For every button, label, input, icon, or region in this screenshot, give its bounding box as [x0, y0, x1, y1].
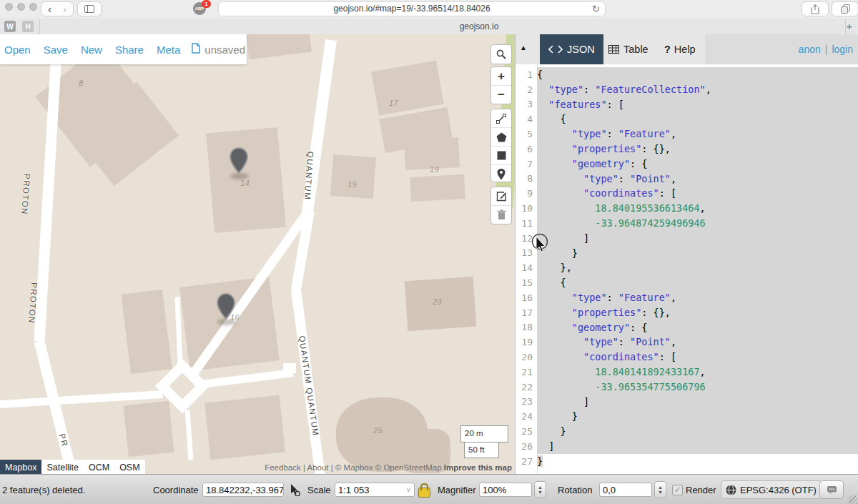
code-line[interactable]: 1{ [516, 67, 858, 82]
line-number: 25 [516, 426, 537, 437]
code-line[interactable]: 17 "properties": {}, [516, 305, 858, 320]
mouse-position-toggle[interactable] [287, 475, 301, 504]
code-line[interactable]: 3 "features": [ [516, 97, 858, 112]
code-line[interactable]: 15 { [516, 275, 858, 290]
crs-button[interactable]: EPSG:4326 (OTF) [721, 475, 822, 504]
json-editor[interactable]: 1{2 "type": "FeatureCollection",3 "featu… [516, 64, 858, 474]
zoom-out-button[interactable]: − [491, 86, 511, 104]
anon-link[interactable]: anon [799, 44, 821, 55]
map-attribution: Feedback | About | © Mapbox © OpenStreet… [265, 463, 512, 472]
rotation-input[interactable]: 0,0 [599, 483, 652, 497]
search-control[interactable] [490, 44, 512, 64]
map-marker[interactable] [216, 293, 236, 323]
tab-json[interactable]: JSON [540, 34, 603, 64]
menu-meta[interactable]: Meta [157, 44, 180, 56]
edit-tools [490, 187, 512, 224]
window-zoom-button[interactable] [29, 3, 37, 11]
code-line[interactable]: 12 ] [516, 231, 858, 246]
rotation-stepper[interactable]: ▲▼ [654, 475, 666, 504]
edit-feature-button[interactable] [491, 187, 511, 206]
line-number: 9 [516, 188, 537, 199]
url-bar[interactable]: geojson.io/#map=19/-33.96514/18.84026 ↻ [218, 1, 606, 16]
search-icon [491, 45, 511, 64]
code-line[interactable]: 25 } [516, 424, 858, 439]
log-messages-button[interactable] [819, 475, 844, 504]
code-line[interactable]: 22 -33.965354775506796 [516, 380, 858, 395]
back-button[interactable]: ‹ [42, 3, 57, 15]
copyright-text[interactable]: © Mapbox © OpenStreetMap [335, 463, 442, 472]
line-number: 23 [516, 396, 537, 407]
resize-grip[interactable] [849, 495, 857, 504]
map-canvas[interactable]: PROTON PROTON QUANTUM QUANTUM QUANTUM PR… [0, 34, 515, 474]
line-number: 1 [516, 69, 537, 80]
tab-overview-button[interactable] [832, 1, 858, 16]
magnifier-stepper[interactable]: ▲▼ [534, 475, 546, 504]
scale-lock-button[interactable] [418, 475, 430, 504]
code-line[interactable]: 8 "type": "Point", [516, 172, 858, 187]
code-line[interactable]: 4 { [516, 112, 858, 127]
code-line[interactable]: 16 "type": "Feature", [516, 290, 858, 305]
polygon-tool-icon [496, 132, 507, 142]
layer-ocm[interactable]: OCM [84, 460, 114, 474]
scale-combo[interactable]: 1:1 053 ˅ [335, 483, 415, 497]
draw-polygon-button[interactable] [491, 128, 511, 147]
line-number: 12 [516, 233, 537, 244]
code-line[interactable]: 13 } [516, 246, 858, 261]
menu-share[interactable]: Share [115, 44, 144, 56]
menu-open[interactable]: Open [4, 44, 31, 56]
code-line[interactable]: 2 "type": "FeatureCollection", [516, 82, 858, 97]
layer-mapbox[interactable]: Mapbox [0, 460, 41, 474]
code-line[interactable]: 21 18.840141892433167, [516, 365, 858, 380]
sidebar-button[interactable] [77, 1, 102, 16]
draw-marker-button[interactable] [491, 165, 511, 182]
draw-rectangle-button[interactable] [491, 147, 511, 165]
pinned-tab-w[interactable]: W [4, 21, 16, 32]
layer-osm[interactable]: OSM [114, 460, 144, 474]
active-tab[interactable]: geojson.io [114, 19, 844, 34]
render-checkbox[interactable]: ✓ [672, 475, 683, 504]
zoom-in-label: + [498, 70, 505, 82]
menu-new[interactable]: New [81, 44, 102, 56]
building [371, 60, 443, 115]
code-line[interactable]: 10 18.840195536613464, [516, 201, 858, 216]
chevron-down-icon: ˅ [406, 483, 410, 497]
pinned-tab-h[interactable]: H [22, 21, 34, 32]
tab-table[interactable]: Table [600, 34, 657, 64]
code-line[interactable]: 20 "coordinates": [ [516, 350, 858, 365]
code-line[interactable]: 14 }, [516, 260, 858, 275]
layer-satellite[interactable]: Satellite [41, 460, 83, 474]
line-number: 2 [516, 84, 537, 95]
zoom-in-button[interactable]: + [491, 67, 511, 86]
login-link[interactable]: login [832, 44, 853, 55]
about-link[interactable]: About [307, 463, 328, 472]
tab-help[interactable]: ? Help [656, 34, 704, 64]
rotation-label: Rotation [558, 475, 592, 504]
draw-line-button[interactable] [491, 109, 511, 128]
menu-save[interactable]: Save [44, 44, 68, 56]
code-line[interactable]: 24 } [516, 409, 858, 424]
forward-button[interactable]: › [57, 3, 72, 15]
code-line[interactable]: 19 "type": "Point", [516, 335, 858, 350]
code-line[interactable]: 7 "geometry": { [516, 157, 858, 172]
reload-icon[interactable]: ↻ [592, 2, 600, 16]
code-line[interactable]: 6 "properties": {}, [516, 142, 858, 157]
code-line[interactable]: 26 ] [516, 439, 858, 454]
share-button[interactable] [802, 1, 829, 16]
coordinate-input[interactable]: 18.842232,-33.967060 [202, 483, 284, 497]
window-minimize-button[interactable] [17, 3, 25, 11]
window-close-button[interactable] [5, 3, 13, 11]
magnifier-input[interactable]: 100% [479, 483, 532, 497]
building-number: 8 [79, 79, 84, 87]
code-line[interactable]: 27} [516, 454, 858, 469]
feedback-link[interactable]: Feedback [265, 463, 301, 472]
new-tab-button[interactable]: + [844, 19, 855, 34]
code-line[interactable]: 23 ] [516, 395, 858, 410]
code-line[interactable]: 11 -33.964874259496946 [516, 216, 858, 231]
map-marker[interactable] [229, 147, 249, 177]
collapse-panel-button[interactable]: ▲ [520, 44, 527, 51]
code-line[interactable]: 9 "coordinates": [ [516, 186, 858, 201]
code-line[interactable]: 5 "type": "Feature", [516, 127, 858, 142]
delete-feature-button[interactable] [491, 206, 511, 224]
code-line[interactable]: 18 "geometry": { [516, 320, 858, 335]
improve-map-link[interactable]: Improve this map [444, 463, 512, 472]
